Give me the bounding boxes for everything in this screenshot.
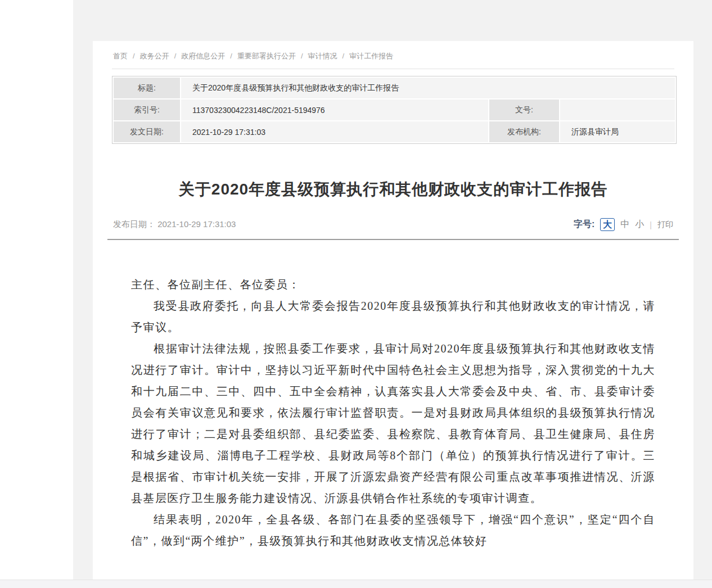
meta-docnum-label: 文号: — [489, 99, 559, 120]
meta-index-label: 索引号: — [114, 99, 180, 120]
left-margin-strip — [0, 0, 73, 588]
content-card: 首页/政务公开/政府信息公开/重要部署执行公开/审计情况/审计工作报告 标题: … — [93, 41, 693, 588]
meta-title-label: 标题: — [114, 78, 180, 98]
document-meta-table: 标题: 关于2020年度县级预算执行和其他财政收支的审计工作报告 索引号: 11… — [112, 76, 677, 144]
table-row: 标题: 关于2020年度县级预算执行和其他财政收支的审计工作报告 — [114, 78, 675, 98]
meta-agency-value: 沂源县审计局 — [560, 121, 675, 142]
header-divider — [107, 239, 679, 240]
breadcrumb-separator: / — [301, 52, 303, 60]
breadcrumb-separator: / — [133, 52, 135, 60]
font-size-small-button[interactable]: 小 — [635, 219, 644, 230]
publish-date: 发布日期： 2021-10-29 17:31:03 — [113, 219, 236, 230]
font-size-label: 字号: — [574, 219, 594, 230]
article-body: 主任、各位副主任、各位委员： 我受县政府委托，向县人大常委会报告2020年度县级… — [112, 274, 674, 551]
print-button[interactable]: 打印 — [657, 220, 673, 230]
article-info-bar: 发布日期： 2021-10-29 17:31:03 字号: 大 中 小 | 打印 — [112, 218, 674, 231]
breadcrumb-item-gov-affairs[interactable]: 政务公开 — [140, 52, 169, 60]
meta-agency-label: 发布机构: — [489, 121, 559, 142]
meta-title-value: 关于2020年度县级预算执行和其他财政收支的审计工作报告 — [181, 78, 675, 98]
article-paragraph: 我受县政府委托，向县人大常委会报告2020年度县级预算执行和其他财政收支的审计情… — [131, 295, 655, 338]
breadcrumb-item-deployment[interactable]: 重要部署执行公开 — [237, 52, 296, 60]
controls-divider: | — [650, 220, 652, 229]
breadcrumb-separator: / — [343, 52, 345, 60]
breadcrumb-item-home[interactable]: 首页 — [113, 52, 128, 60]
breadcrumb: 首页/政务公开/政府信息公开/重要部署执行公开/审计情况/审计工作报告 — [112, 41, 674, 69]
font-size-large-button[interactable]: 大 — [600, 218, 615, 231]
article-paragraph: 主任、各位副主任、各位委员： — [131, 274, 655, 295]
table-row: 发文日期: 2021-10-29 17:31:03 发布机构: 沂源县审计局 — [114, 121, 675, 142]
meta-docnum-value — [560, 99, 675, 120]
font-size-medium-button[interactable]: 中 — [620, 219, 629, 230]
footer-strip — [0, 580, 712, 588]
table-row: 索引号: 11370323004223148C/2021-5194976 文号: — [114, 99, 675, 120]
breadcrumb-separator: / — [174, 52, 177, 60]
breadcrumb-item-audit-report[interactable]: 审计工作报告 — [349, 52, 393, 60]
publish-date-value: 2021-10-29 17:31:03 — [157, 219, 236, 229]
meta-date-value: 2021-10-29 17:31:03 — [181, 121, 488, 142]
font-size-controls: 字号: 大 中 小 | 打印 — [574, 218, 673, 231]
page-title: 关于2020年度县级预算执行和其他财政收支的审计工作报告 — [112, 179, 674, 200]
meta-date-label: 发文日期: — [114, 121, 180, 142]
breadcrumb-item-audit-status[interactable]: 审计情况 — [308, 52, 337, 60]
article-paragraph: 根据审计法律法规，按照县委工作要求，县审计局对2020年度县级预算执行和其他财政… — [131, 338, 655, 509]
meta-index-value: 11370323004223148C/2021-5194976 — [181, 99, 488, 120]
publish-date-label: 发布日期： — [113, 219, 155, 229]
article-paragraph: 结果表明，2020年，全县各级、各部门在县委的坚强领导下，增强“四个意识”，坚定… — [131, 509, 655, 551]
breadcrumb-separator: / — [230, 52, 232, 60]
breadcrumb-item-gov-info[interactable]: 政府信息公开 — [181, 52, 225, 60]
